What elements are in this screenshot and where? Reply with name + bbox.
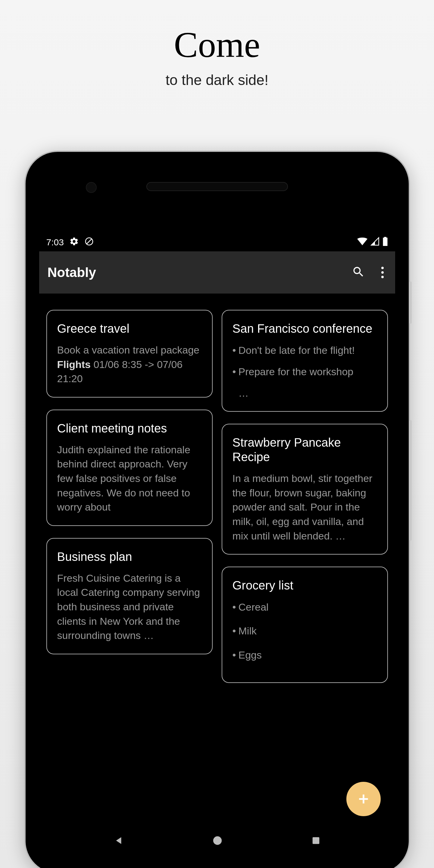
list-item: Prepare for the workshop (233, 364, 377, 379)
nav-recent-button[interactable] (311, 836, 321, 846)
note-body: Cereal Milk Eggs (233, 600, 377, 662)
note-body: Book a vacation travel package Flights 0… (57, 343, 202, 386)
nav-back-button[interactable] (113, 835, 124, 847)
note-card[interactable]: Business plan Fresh Cuisine Catering is … (46, 538, 213, 654)
note-card[interactable]: Grocery list Cereal Milk Eggs (222, 567, 388, 683)
list-item: Milk (233, 624, 377, 638)
note-card[interactable]: Strawberry Pancake Recipe In a medium bo… (222, 424, 388, 555)
more-button[interactable] (378, 265, 387, 280)
note-title: Grocery list (233, 578, 377, 592)
status-time: 7:03 (46, 237, 64, 247)
phone-screen: 7:03 Notably (39, 233, 395, 858)
dnd-icon (84, 237, 94, 248)
list-item: Eggs (233, 648, 377, 662)
phone-camera (86, 182, 97, 193)
note-title: Strawberry Pancake Recipe (233, 435, 377, 464)
app-title: Notably (47, 265, 352, 280)
note-card[interactable]: San Francisco conference Don't be late f… (222, 310, 388, 412)
list-item: Cereal (233, 600, 377, 615)
note-body: Judith explained the rationale behind di… (57, 443, 202, 515)
search-button[interactable] (352, 265, 365, 280)
phone-frame: 7:03 Notably (24, 151, 410, 868)
hero-subtitle: to the dark side! (0, 72, 434, 88)
phone-speaker (146, 182, 288, 191)
gear-icon (69, 237, 79, 248)
nav-home-button[interactable] (212, 835, 223, 847)
note-body: In a medium bowl, stir together the flou… (233, 471, 377, 543)
status-bar: 7:03 (39, 233, 395, 251)
notes-col-left: Greece travel Book a vacation travel pac… (46, 310, 213, 825)
note-body: Don't be late for the flight! Prepare fo… (233, 343, 377, 379)
note-title: Client meeting notes (57, 421, 202, 435)
list-item: Don't be late for the flight! (233, 343, 377, 358)
hero-title: Come (0, 24, 434, 66)
notes-col-right: San Francisco conference Don't be late f… (222, 310, 388, 825)
hero: Come to the dark side! (0, 0, 434, 88)
note-card[interactable]: Client meeting notes Judith explained th… (46, 410, 213, 526)
note-body: Fresh Cuisine Catering is a local Cateri… (57, 571, 202, 643)
signal-icon (370, 237, 379, 248)
battery-icon (382, 237, 388, 248)
note-trail: … (233, 386, 377, 401)
app-bar: Notably (39, 251, 395, 293)
note-title: Business plan (57, 550, 202, 564)
add-note-fab[interactable] (346, 782, 381, 816)
svg-rect-1 (313, 837, 320, 844)
note-card[interactable]: Greece travel Book a vacation travel pac… (46, 310, 213, 398)
svg-point-0 (213, 836, 222, 845)
note-title: Greece travel (57, 321, 202, 336)
wifi-icon (357, 237, 367, 248)
note-title: San Francisco conference (233, 321, 377, 336)
android-nav-bar (39, 825, 395, 858)
notes-grid: Greece travel Book a vacation travel pac… (39, 293, 395, 825)
